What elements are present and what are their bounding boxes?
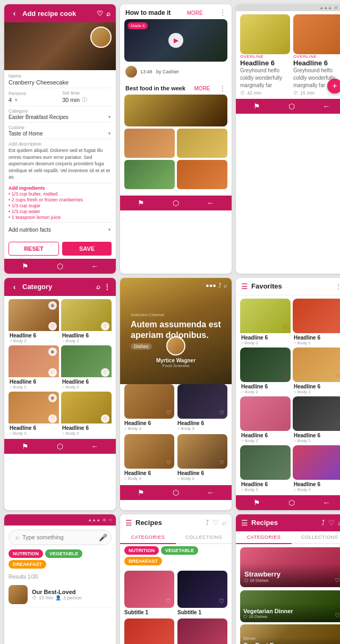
flag-icon-fav[interactable]: ⚑ xyxy=(253,498,260,507)
fab-plus[interactable]: + xyxy=(327,79,340,94)
flag-icon[interactable]: ⚑ xyxy=(22,262,29,270)
strawberry-img[interactable]: Strawberry ⬡ 16 Dishes ♡ xyxy=(240,547,340,587)
sub-heart-2[interactable]: ♡ xyxy=(219,598,224,605)
cat-heart-5[interactable]: ♡ xyxy=(48,414,57,423)
fav-heart-8[interactable]: ♡ xyxy=(335,471,340,477)
search-result-1[interactable]: Our Best-Loved ⏱ 15 min 👤 3 person xyxy=(4,582,116,608)
recipes-list-hamburger[interactable]: ☰ xyxy=(125,519,132,527)
story-item-4[interactable]: ♡ Headline 6 ○ Body 3 xyxy=(177,434,227,481)
how-to-menu[interactable]: ⋮ xyxy=(219,9,226,17)
fav-heart-2[interactable]: ♡ xyxy=(335,325,340,331)
story-item-2[interactable]: ♡ Headline 6 ○ Body 3 xyxy=(177,384,227,431)
cat-heart-2[interactable]: ♡ xyxy=(101,322,109,331)
recipes-big-search[interactable]: ⌕ xyxy=(338,519,340,527)
persons-dropdown-icon[interactable]: ▼ xyxy=(14,98,18,103)
cat-item-3[interactable]: ⊕ ♡ Headline 6 ○ Body 2 xyxy=(8,345,59,389)
favorites-menu[interactable]: ⋮ xyxy=(335,282,340,291)
fav-heart-6[interactable]: ♡ xyxy=(335,422,340,428)
flag-icon-3[interactable]: ⚑ xyxy=(253,102,260,111)
tab-collections-big[interactable]: COLLECTIONS xyxy=(292,531,340,543)
category-menu-icon[interactable]: ⋮ xyxy=(104,283,110,291)
sub-item-2[interactable]: ♡ Subtitle 1 xyxy=(177,571,227,615)
tab-categories[interactable]: CATEGORIES xyxy=(120,531,176,544)
search-input[interactable] xyxy=(22,534,96,540)
cat-item-2[interactable]: ♡ Headline 6 ○ Body 2 xyxy=(61,299,112,343)
chip-nutrition-2[interactable]: NUTRITION xyxy=(124,546,159,555)
fav-item-2[interactable]: ♡ Headline 6 ○ Body 2 xyxy=(293,299,340,345)
story-heart-2[interactable]: ♡ xyxy=(219,410,224,416)
recipes-big-heart[interactable]: ♡ xyxy=(328,519,335,527)
video-thumbnail[interactable]: Made it ▶ xyxy=(124,19,227,62)
recipes-big-share[interactable]: ⤴ xyxy=(321,519,325,527)
chip-breakfast[interactable]: BREAKFAST xyxy=(8,560,46,569)
tab-categories-big[interactable]: CATEGORIES xyxy=(236,531,292,544)
cat-item-1[interactable]: ⊕ ♡ Headline 6 ○ Body 2 xyxy=(8,299,59,343)
fav-heart-7[interactable]: ♡ xyxy=(283,471,287,477)
back-arrow-icon-3[interactable]: ← xyxy=(323,102,330,111)
cat-item-4[interactable]: ♡ Headline 6 ○ Body 2 xyxy=(61,345,112,389)
fav-item-6[interactable]: ♡ Headline 6 ○ Body 2 xyxy=(293,396,340,443)
vegetarian-heart[interactable]: ♡ xyxy=(335,612,340,619)
search-bar[interactable]: ⌕ 🎤 xyxy=(8,530,112,545)
category-dropdown-icon[interactable]: ▼ xyxy=(107,115,112,120)
category-search-icon[interactable]: ⌕ xyxy=(96,283,100,291)
save-button[interactable]: SAVE xyxy=(62,242,112,256)
sub-heart-1[interactable]: ♡ xyxy=(166,598,171,605)
fav-heart-3[interactable]: ♡ xyxy=(283,374,287,379)
cuisine-dropdown-icon[interactable]: ▼ xyxy=(107,131,112,136)
how-to-more[interactable]: MORE xyxy=(187,10,203,16)
story-heart-1[interactable]: ♡ xyxy=(166,410,171,416)
fav-item-4[interactable]: ♡ Headline 6 ○ Body 2 xyxy=(293,348,340,394)
recipes-list-share[interactable]: ⤴ xyxy=(206,519,209,527)
heart-icon[interactable]: ♡ xyxy=(97,10,103,18)
best-food-more[interactable]: MORE xyxy=(194,86,210,91)
hamburger-icon[interactable]: ☰ xyxy=(241,282,248,291)
sub-item-1[interactable]: ♡ Subtitle 1 xyxy=(124,571,174,615)
flag-icon-cat[interactable]: ⚑ xyxy=(22,442,29,451)
fav-item-7[interactable]: ♡ Headline 6 ○ Body 2 xyxy=(240,445,291,492)
fav-item-3[interactable]: ♡ Headline 6 ○ Body 2 xyxy=(240,348,291,394)
back-arrow-icon-fav[interactable]: ← xyxy=(323,498,330,507)
chip-nutrition[interactable]: NUTRITION xyxy=(8,549,43,558)
fav-item-1[interactable]: ♡ Headline 6 ○ Body 2 xyxy=(240,299,291,345)
fav-item-5[interactable]: ♡ Headline 6 ○ Body 2 xyxy=(240,396,291,443)
back-arrow-icon-cat[interactable]: ← xyxy=(91,442,99,451)
share-icon[interactable]: ⬡ xyxy=(57,262,63,270)
chip-vegetable[interactable]: VEGETABLE xyxy=(45,549,82,558)
tab-collections[interactable]: COLLECTIONS xyxy=(176,531,232,543)
story-heart-4[interactable]: ♡ xyxy=(219,460,224,465)
category-back-icon[interactable]: ‹ xyxy=(10,282,19,292)
back-icon[interactable]: ‹ xyxy=(10,9,19,18)
nutrition-row[interactable]: Add nutrition facts ▼ xyxy=(8,225,112,235)
story-item-3[interactable]: ♡ Headline 6 ○ Body 3 xyxy=(124,434,174,481)
best-food-menu[interactable]: ⋮ xyxy=(219,84,226,92)
recipes-list-search[interactable]: ⌕ xyxy=(222,519,226,527)
story-heart-3[interactable]: ♡ xyxy=(166,460,171,465)
chip-breakfast-2[interactable]: BREAKFAST xyxy=(124,557,162,565)
back-arrow-icon-2[interactable]: ← xyxy=(207,199,215,207)
recipes-list-heart[interactable]: ♡ xyxy=(212,519,219,527)
cat-heart-3[interactable]: ♡ xyxy=(48,368,57,377)
sub-item-4[interactable]: ♡ Subtitle 1 xyxy=(177,618,227,644)
cat-heart-1[interactable]: ♡ xyxy=(48,322,57,331)
best-ever-img[interactable]: Dinner Our Best-Ever ⬡ 16 Dishes ♡ xyxy=(240,624,340,644)
mic-icon[interactable]: 🎤 xyxy=(99,533,107,541)
search-icon[interactable]: ⌕ xyxy=(106,10,110,18)
share-icon-2[interactable]: ⬡ xyxy=(173,199,179,207)
ingredients-label[interactable]: Add ingredients xyxy=(8,185,112,191)
strawberry-heart[interactable]: ♡ xyxy=(335,577,340,584)
recipes-big-hamburger[interactable]: ☰ xyxy=(241,519,248,527)
fav-heart-5[interactable]: ♡ xyxy=(283,422,287,428)
story-item-1[interactable]: ♡ Headline 6 ○ Body 3 xyxy=(124,384,174,431)
cat-heart-6[interactable]: ♡ xyxy=(101,414,109,423)
reset-button[interactable]: RESET xyxy=(8,242,59,256)
share-icon-3[interactable]: ⬡ xyxy=(288,102,295,111)
sub-item-3[interactable]: ♡ Subtitle 1 xyxy=(124,618,174,644)
chip-vegetable-2[interactable]: VEGETABLE xyxy=(161,546,198,555)
share-icon-cat[interactable]: ⬡ xyxy=(57,442,63,451)
flag-icon-2[interactable]: ⚑ xyxy=(138,199,144,207)
cat-heart-4[interactable]: ♡ xyxy=(101,368,109,377)
back-arrow-icon-story[interactable]: ← xyxy=(207,488,215,497)
share-icon-story[interactable]: ⬡ xyxy=(173,488,179,497)
cat-item-6[interactable]: ♡ Headline 6 ○ Body 2 xyxy=(61,392,112,436)
